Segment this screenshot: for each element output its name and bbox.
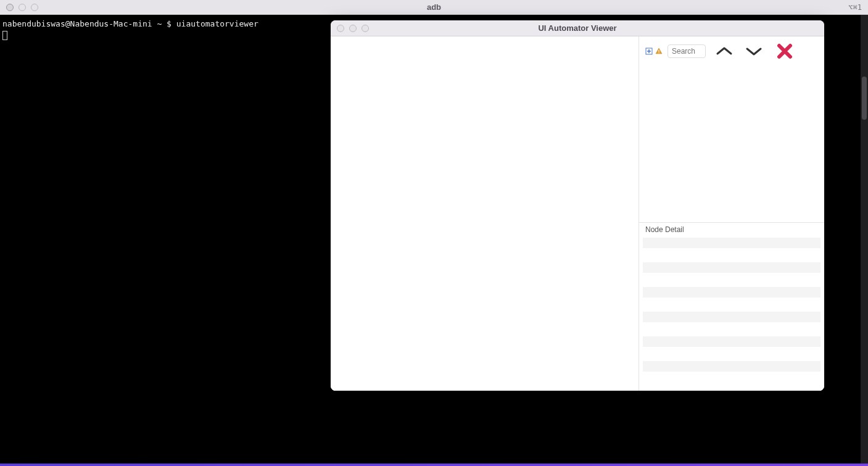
terminal-title: adb [427, 2, 441, 12]
terminal-prompt: nabendubiswas@Nabendus-Mac-mini ~ $ [2, 19, 176, 28]
viewer-titlebar: UI Automator Viewer [331, 20, 824, 36]
node-detail-row[interactable] [643, 238, 820, 248]
minimize-window-button[interactable] [19, 4, 26, 11]
node-detail-row[interactable] [643, 361, 820, 372]
viewer-maximize-button[interactable] [362, 25, 369, 32]
node-detail-row[interactable] [643, 299, 820, 310]
nav-down-button[interactable] [743, 45, 765, 57]
node-detail-row[interactable] [643, 312, 820, 322]
bottom-accent-bar [0, 464, 868, 466]
hierarchy-tree[interactable] [639, 66, 824, 222]
terminal-titlebar: adb ⌥⌘1 [0, 0, 868, 15]
node-detail-row[interactable] [643, 262, 820, 273]
node-detail-row[interactable] [643, 349, 820, 359]
warning-icon [655, 48, 663, 55]
viewer-title: UI Automator Viewer [538, 23, 616, 33]
node-detail-row[interactable] [643, 250, 820, 260]
expand-all-icon[interactable] [645, 48, 653, 55]
clear-button[interactable] [775, 43, 795, 60]
node-detail-header: Node Detail [639, 223, 824, 236]
terminal-traffic-lights [0, 4, 38, 11]
svg-point-4 [658, 52, 659, 52]
search-input[interactable] [668, 44, 706, 58]
hierarchy-toolbar [639, 36, 824, 66]
close-window-button[interactable] [6, 4, 14, 11]
maximize-window-button[interactable] [31, 4, 38, 11]
hierarchy-pane: Node Detail [639, 36, 824, 391]
viewer-traffic-lights [331, 25, 369, 32]
node-detail-row[interactable] [643, 287, 820, 297]
terminal-scrollbar[interactable] [861, 15, 868, 464]
screenshot-pane[interactable] [331, 36, 639, 391]
node-detail-row[interactable] [643, 373, 820, 384]
shortcut-indicator: ⌥⌘1 [848, 3, 862, 12]
terminal-cursor [2, 31, 7, 40]
viewer-minimize-button[interactable] [349, 25, 357, 32]
uiautomator-viewer-window: UI Automator Viewer [331, 20, 824, 391]
viewer-close-button[interactable] [337, 25, 344, 32]
nav-up-button[interactable] [713, 45, 735, 57]
node-detail-table [639, 236, 824, 391]
node-detail-row[interactable] [643, 275, 820, 285]
node-detail-row[interactable] [643, 336, 820, 347]
terminal-scrollbar-thumb[interactable] [862, 77, 867, 120]
terminal-command: uiautomatorviewer [176, 19, 258, 28]
viewer-body: Node Detail [331, 36, 824, 391]
node-detail-section: Node Detail [639, 222, 824, 391]
node-detail-row[interactable] [643, 324, 820, 335]
